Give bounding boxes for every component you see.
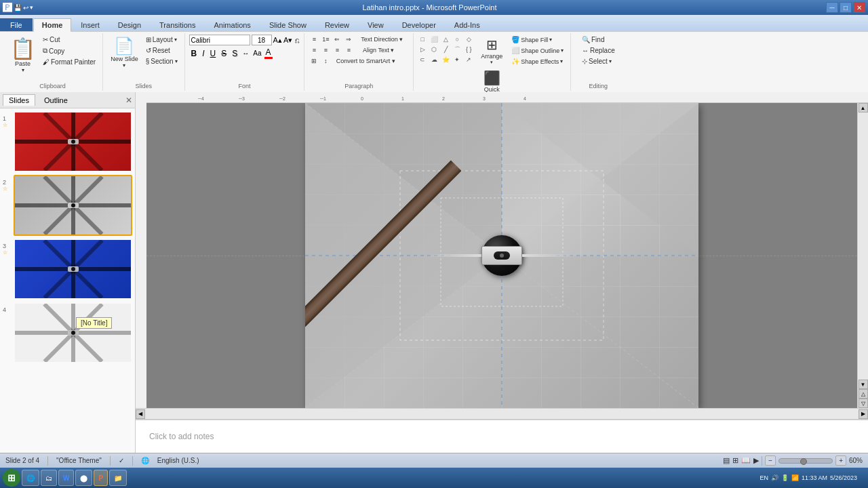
taskbar-explorer[interactable]: 🗂 [41, 470, 57, 486]
reset-button[interactable]: ↺ Reset [143, 45, 180, 56]
tab-transitions[interactable]: Transitions [151, 18, 204, 31]
slide-thumb-2[interactable] [14, 175, 132, 236]
notes-area[interactable]: Click to add notes [136, 419, 868, 453]
font-color-button[interactable]: A [264, 47, 273, 59]
view-slide-sorter-btn[interactable]: ⊞ [732, 456, 738, 465]
shape-10[interactable]: { } [464, 45, 473, 54]
shape-effects-button[interactable]: ✨ Shape Effects ▾ [509, 56, 566, 66]
close-button[interactable]: ✕ [853, 2, 865, 13]
smartart-button[interactable]: Convert to SmartArt ▾ [332, 56, 399, 66]
scroll-track-h[interactable] [145, 409, 859, 419]
replace-button[interactable]: ↔ Replace [579, 45, 618, 56]
align-center-button[interactable]: ≡ [320, 45, 331, 55]
taskbar-word[interactable]: W [58, 470, 74, 486]
tab-home[interactable]: Home [33, 18, 72, 32]
text-direction-button[interactable]: Text Direction ▾ [355, 35, 409, 44]
start-button[interactable]: ⊞ [3, 469, 20, 487]
slide-item-4[interactable]: 4 [No Title] [3, 302, 132, 363]
panel-close-button[interactable]: ✕ [125, 96, 132, 105]
scroll-up-button[interactable]: ▲ [859, 103, 868, 113]
font-clear-btn[interactable]: ⎌ [295, 36, 300, 44]
shape-2[interactable]: ⬜ [429, 35, 439, 44]
taskbar-ie[interactable]: 🌐 [22, 470, 39, 486]
shape-outline-button[interactable]: ⬜ Shape Outline ▾ [509, 45, 566, 56]
view-normal-btn[interactable]: ▤ [723, 456, 730, 465]
taskbar-powerpoint[interactable]: P [94, 470, 108, 486]
shape-4[interactable]: ○ [452, 35, 462, 44]
tray-sound-icon[interactable]: 🔊 [771, 474, 778, 481]
cut-button[interactable]: ✂ Cut [40, 35, 98, 45]
zoom-thumb[interactable] [800, 458, 807, 465]
shape-6[interactable]: ▷ [418, 45, 427, 54]
slide-thumb-4[interactable]: [No Title] [14, 302, 132, 363]
change-case-button[interactable]: Aa [252, 49, 262, 57]
shape-3[interactable]: △ [441, 35, 450, 44]
shape-11[interactable]: ⊂ [418, 55, 427, 64]
view-reading-btn[interactable]: 📖 [741, 456, 751, 465]
slide-item-1[interactable]: 1 ☆ [3, 111, 132, 172]
italic-button[interactable]: I [200, 48, 206, 59]
tab-file[interactable]: File [0, 18, 33, 31]
panel-tab-slides[interactable]: Slides [3, 94, 35, 106]
shadow-button[interactable]: S [230, 48, 239, 59]
shape-5[interactable]: ◇ [464, 35, 473, 44]
bold-button[interactable]: B [189, 48, 199, 59]
justify-button[interactable]: ≡ [343, 45, 354, 55]
bullets-button[interactable]: ≡ [309, 35, 319, 44]
arrange-button[interactable]: ⊞ Arrange ▾ [477, 35, 506, 67]
slide-thumb-1[interactable] [14, 111, 132, 172]
font-size-input[interactable] [252, 35, 272, 45]
horizontal-scrollbar[interactable]: ◀ ▶ [136, 408, 868, 419]
select-button[interactable]: ⊹ Select ▾ [579, 56, 614, 66]
minimize-button[interactable]: ─ [826, 2, 838, 13]
tab-animations[interactable]: Animations [205, 18, 259, 31]
slide-item-2[interactable]: 2 ☆ [3, 175, 132, 236]
view-slideshow-btn[interactable]: ▶ [753, 456, 759, 465]
vertical-scrollbar[interactable]: ▲ ▼ △ ▽ [857, 103, 868, 408]
tab-review[interactable]: Review [316, 18, 358, 31]
taskbar-chrome[interactable]: ⬤ [75, 470, 92, 486]
shape-14[interactable]: ✦ [452, 55, 462, 64]
maximize-button[interactable]: □ [840, 2, 852, 13]
increase-indent-button[interactable]: ⇒ [343, 35, 354, 44]
decrease-indent-button[interactable]: ⇐ [332, 35, 342, 44]
scroll-right-button[interactable]: ▶ [859, 409, 868, 419]
columns-button[interactable]: ⊞ [309, 56, 319, 66]
numbering-button[interactable]: 1≡ [320, 35, 331, 44]
shape-12[interactable]: ☁ [429, 55, 439, 64]
find-button[interactable]: 🔍 Find [579, 35, 607, 45]
copy-button[interactable]: ⧉ Copy [40, 45, 98, 56]
underline-button[interactable]: U [208, 48, 218, 59]
font-decrease-btn[interactable]: A▾ [283, 36, 292, 45]
font-increase-btn[interactable]: A▴ [273, 36, 282, 45]
taskbar-folder[interactable]: 📁 [109, 470, 127, 486]
shape-15[interactable]: ↗ [464, 55, 473, 64]
tab-developer[interactable]: Developer [393, 18, 445, 31]
tray-network-icon[interactable]: 📶 [791, 474, 799, 481]
tab-design[interactable]: Design [109, 18, 150, 31]
tab-view[interactable]: View [359, 18, 393, 31]
shape-1[interactable]: □ [418, 35, 427, 44]
shape-9[interactable]: ⌒ [452, 45, 462, 54]
scroll-track-v[interactable] [858, 113, 868, 380]
slide-thumb-3[interactable] [14, 239, 132, 300]
tab-slideshow[interactable]: Slide Show [260, 18, 315, 31]
section-button[interactable]: § Section ▾ [143, 56, 180, 66]
zoom-minus-btn[interactable]: − [765, 455, 776, 466]
scroll-fit-top[interactable]: △ [859, 389, 868, 399]
zoom-plus-btn[interactable]: + [835, 455, 846, 466]
strikethrough-button[interactable]: S [219, 48, 229, 59]
tab-insert[interactable]: Insert [72, 18, 108, 31]
spacing-button[interactable]: ↔ [241, 49, 250, 57]
tray-battery-icon[interactable]: 🔋 [781, 474, 789, 481]
scroll-left-button[interactable]: ◀ [136, 409, 145, 419]
font-name-input[interactable] [189, 35, 250, 45]
shape-7[interactable]: ⬡ [429, 45, 439, 54]
slide-item-3[interactable]: 3 ☆ [3, 239, 132, 300]
undo-quick-btn[interactable]: ↩ [23, 4, 28, 12]
line-spacing-button[interactable]: ↕ [320, 56, 331, 66]
slide-content[interactable] [305, 103, 698, 408]
format-painter-button[interactable]: 🖌 Format Painter [40, 57, 98, 67]
tab-addins[interactable]: Add-Ins [446, 18, 489, 31]
save-quick-btn[interactable]: 💾 [14, 4, 22, 12]
